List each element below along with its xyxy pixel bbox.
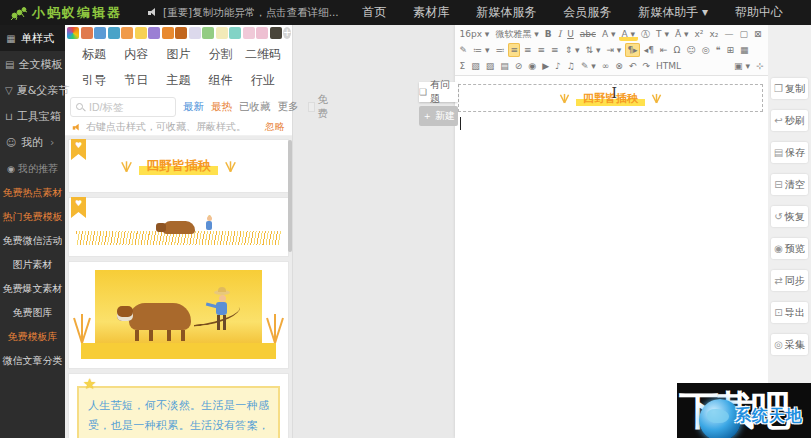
ltr-button[interactable]: ¶▸ (625, 43, 640, 57)
highlight-color-button[interactable]: A ▾ (619, 27, 638, 41)
html-source-button[interactable]: HTML (653, 59, 683, 73)
sidebar-link[interactable]: 免费模板库 (0, 325, 65, 349)
rail-button[interactable]: ⊟ 清空 (771, 174, 808, 195)
new-doc-button[interactable]: ▢ (737, 27, 751, 41)
color-swatch[interactable] (94, 27, 106, 39)
align-center-button[interactable]: ≡ (521, 43, 534, 57)
page-break-button[interactable]: ▦ (737, 43, 751, 57)
app-logo[interactable]: 小蚂蚁编辑器 (0, 4, 122, 22)
font-color-button[interactable]: A ▾ (599, 27, 618, 41)
color-swatch[interactable] (81, 27, 93, 39)
italic-button[interactable]: I (555, 27, 564, 41)
unlink-button[interactable]: ⊗ (613, 59, 626, 73)
indent-button[interactable]: ⇥ ▾ (604, 43, 624, 57)
rail-button[interactable]: ◉ 预览 (771, 238, 808, 259)
search-box[interactable] (70, 97, 176, 117)
rail-button[interactable]: ↩ 秒刷 (771, 110, 808, 131)
color-swatch[interactable] (270, 27, 282, 39)
free-checkbox[interactable] (308, 102, 315, 112)
template-card-quote[interactable]: ★ 人生苦短，何不淡然。生活是一种感受，也是一种积累。生活没有答案，生活不需要答… (68, 373, 289, 438)
filter-option[interactable]: 已收藏 (239, 100, 271, 114)
hr-button[interactable]: — (722, 27, 736, 41)
category-tab[interactable]: 内容 (115, 46, 157, 63)
top-nav-item[interactable]: 新媒体助手 ▾ (638, 4, 708, 21)
sidebar-item[interactable]: ☺ 我的 › (0, 129, 65, 155)
color-swatch[interactable] (256, 27, 268, 39)
top-nav-item[interactable]: 会员服务 (563, 4, 611, 21)
category-tab[interactable]: 节日 (115, 72, 157, 89)
template-card-title[interactable]: ♥ 四野皆插秧 (68, 139, 289, 193)
filter-option[interactable]: 更多 (278, 100, 299, 114)
template-card-illustration[interactable] (68, 261, 289, 369)
top-nav-item[interactable]: 首页 (362, 4, 386, 21)
color-swatch[interactable] (189, 27, 201, 39)
redo-button[interactable]: ↷ (640, 59, 653, 73)
edit-mode-button[interactable]: ▣ ▾ (732, 59, 753, 73)
subscript-button[interactable]: x₂ (707, 27, 721, 41)
outdent-button[interactable]: ⇤ (657, 43, 670, 57)
feedback-button[interactable]: ❏ 有问题 (419, 82, 458, 102)
sidebar-link[interactable]: ◉ 我的推荐 (0, 157, 65, 181)
rail-button[interactable]: ⇄ 同步 (771, 270, 808, 291)
online-image-button[interactable]: ▨ (483, 59, 497, 73)
color-swatch[interactable] (108, 27, 120, 39)
sidebar-link[interactable]: 免费微信活动 (0, 229, 65, 253)
color-swatch[interactable] (229, 27, 241, 39)
text-style-button[interactable]: T ▾ (654, 27, 672, 41)
strikethrough-button[interactable]: abc (577, 27, 598, 41)
align-left-button[interactable]: ≡ (508, 43, 521, 57)
undo-button[interactable]: ↶ (626, 59, 639, 73)
media-button[interactable]: ◉ (526, 59, 539, 73)
sidebar-item[interactable]: ▤ 全文模板 (0, 51, 65, 77)
color-swatch[interactable] (243, 27, 255, 39)
panel-scrollbar[interactable] (288, 140, 292, 252)
selected-block[interactable]: 四野皆插秧 (458, 84, 763, 112)
category-tab[interactable]: 引导 (73, 72, 115, 89)
template-card-divider[interactable]: ♥ (68, 197, 289, 257)
top-nav-item[interactable]: 帮助中心 (735, 4, 783, 21)
color-swatch[interactable] (148, 27, 160, 39)
line-height-button[interactable]: ⇕ ▾ (562, 43, 582, 57)
video-button[interactable]: ▶ (540, 59, 552, 73)
sidebar-link[interactable]: 免费热点素材 (0, 181, 65, 205)
filter-option[interactable]: 最新 (183, 100, 204, 114)
ordered-list-button[interactable]: ≔ ▾ (471, 43, 492, 57)
sidebar-item[interactable]: ▦ 单样式 (0, 25, 65, 51)
underline-button[interactable]: U (565, 27, 577, 41)
font-size-select[interactable]: 16px ▾ (457, 27, 492, 41)
category-tab[interactable]: 二维码 (242, 46, 284, 63)
blockquote-button[interactable]: ❝ (713, 43, 723, 57)
rail-button[interactable]: ◎ 采集 (771, 334, 808, 355)
align-right-button[interactable]: ≡ (535, 43, 548, 57)
color-swatch[interactable] (162, 27, 174, 39)
audio-button[interactable]: ♫ (564, 59, 577, 73)
font-family-select[interactable]: 微软雅黑 ▾ (493, 27, 541, 41)
music-button[interactable]: ♪ (553, 59, 564, 73)
color-swatch[interactable] (135, 27, 147, 39)
color-swatch[interactable] (121, 27, 133, 39)
color-swatch[interactable] (216, 27, 228, 39)
ignore-link[interactable]: 忽略 (265, 120, 285, 134)
sidebar-link[interactable]: 微信文章分类 (0, 349, 65, 373)
category-tab[interactable]: 主题 (157, 72, 199, 89)
rtl-button[interactable]: ◂¶ (641, 43, 656, 57)
search-input[interactable] (89, 101, 169, 113)
sidebar-link[interactable]: 热门免费模板 (0, 205, 65, 229)
add-swatch-button[interactable]: + (283, 27, 291, 39)
category-tab[interactable]: 分割 (200, 46, 242, 63)
color-swatch[interactable] (175, 27, 187, 39)
scrawl-button[interactable]: ✎ ▾ (578, 59, 598, 73)
fullscreen-button[interactable]: ⊹ (753, 59, 766, 73)
filter-option[interactable]: 最热 (211, 100, 232, 114)
category-tab[interactable]: 组件 (200, 72, 242, 89)
top-nav-item[interactable]: 素材库 (413, 4, 449, 21)
emoji-button[interactable]: ☺ (684, 43, 698, 57)
eraser-button[interactable]: ⊘ (512, 59, 525, 73)
link-button[interactable]: ∞ (599, 59, 612, 73)
color-swatch[interactable] (67, 27, 79, 39)
superscript-button[interactable]: x² (692, 27, 706, 41)
announcement[interactable]: [重要]复制功能异常，点击查看详细... (148, 6, 339, 20)
sidebar-link[interactable]: 图片素材 (0, 253, 65, 277)
top-nav-item[interactable]: 新媒体服务 (476, 4, 536, 21)
formula-button[interactable]: Σ (457, 59, 468, 73)
